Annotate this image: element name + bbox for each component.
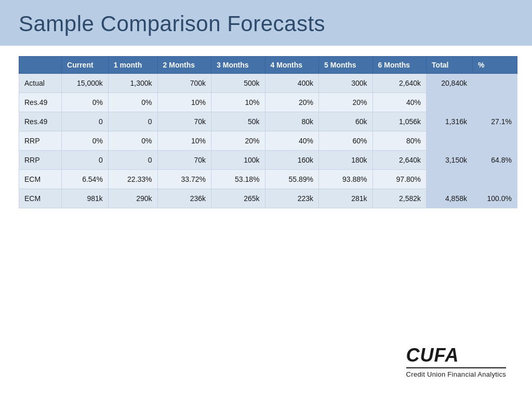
table-header-row: Current 1 month 2 Months 3 Months 4 Mont… [19,57,517,74]
table-row: RRP0070k100k160k180k2,640k3,150k64.8% [19,151,517,170]
table-row: Actual15,000k1,300k700k500k400k300k2,640… [19,74,517,93]
cell-months3: 100k [211,151,265,170]
cell-months6: 80% [373,131,427,151]
cell-month1: 0 [108,151,157,170]
cell-current: 6.54% [62,170,109,189]
col-header-months5: 5 Months [319,57,373,74]
cell-months2: 236k [157,189,211,208]
cell-months3: 10% [211,93,265,112]
cell-current: 15,000k [62,74,109,93]
cell-total: 4,858k [427,189,473,208]
cell-months5: 93.88% [319,170,373,189]
cell-months3: 265k [211,189,265,208]
cell-months5: 60k [319,112,373,131]
cell-months4: 160k [265,151,319,170]
cell-current: 0 [62,112,109,131]
cell-months5: 20% [319,93,373,112]
logo-tagline: Credit Union Financial Analytics [406,367,506,378]
cell-current: 0 [62,151,109,170]
logo-name: CUFA [406,344,506,366]
col-header-months3: 3 Months [211,57,265,74]
cell-label: Res.49 [19,93,62,112]
cell-pct [472,131,517,151]
table-row: ECM6.54%22.33%33.72%53.18%55.89%93.88%97… [19,170,517,189]
cell-months6: 2,582k [373,189,427,208]
cell-month1: 0% [108,131,157,151]
cell-months4: 20% [265,93,319,112]
col-header-months6: 6 Months [373,57,427,74]
table-row: RRP0%0%10%20%40%60%80% [19,131,517,151]
header-bar: Sample Comparison Forecasts [0,0,532,46]
table-row: Res.490%0%10%10%20%20%40% [19,93,517,112]
comparison-table: Current 1 month 2 Months 3 Months 4 Mont… [19,56,517,208]
cell-pct: 64.8% [472,151,517,170]
cell-months2: 70k [157,151,211,170]
cell-months5: 60% [319,131,373,151]
cell-months5: 300k [319,74,373,93]
cell-months2: 700k [157,74,211,93]
cell-months4: 223k [265,189,319,208]
cell-total: 1,316k [427,112,473,131]
cell-pct [472,74,517,93]
main-content: Current 1 month 2 Months 3 Months 4 Mont… [0,56,532,208]
cell-pct [472,170,517,189]
cell-total [427,131,473,151]
cell-total [427,93,473,112]
col-header-months2: 2 Months [157,57,211,74]
cell-months5: 180k [319,151,373,170]
cell-total [427,170,473,189]
cell-current: 0% [62,93,109,112]
cell-months3: 50k [211,112,265,131]
cell-month1: 22.33% [108,170,157,189]
cell-months6: 2,640k [373,151,427,170]
cell-month1: 0 [108,112,157,131]
cell-months5: 281k [319,189,373,208]
cell-label: ECM [19,189,62,208]
col-header-month1: 1 month [108,57,157,74]
cell-label: RRP [19,151,62,170]
cell-months4: 80k [265,112,319,131]
cell-label: ECM [19,170,62,189]
cell-label: Actual [19,74,62,93]
cell-months4: 400k [265,74,319,93]
cell-current: 0% [62,131,109,151]
cell-months6: 40% [373,93,427,112]
cell-label: RRP [19,131,62,151]
table-row: ECM981k290k236k265k223k281k2,582k4,858k1… [19,189,517,208]
cell-months4: 55.89% [265,170,319,189]
cell-month1: 290k [108,189,157,208]
col-header-total: Total [427,57,473,74]
cell-months2: 10% [157,131,211,151]
col-header-label [19,57,62,74]
cell-current: 981k [62,189,109,208]
cell-pct [472,93,517,112]
col-header-current: Current [62,57,109,74]
table-row: Res.490070k50k80k60k1,056k1,316k27.1% [19,112,517,131]
cell-months2: 33.72% [157,170,211,189]
col-header-months4: 4 Months [265,57,319,74]
cell-total: 3,150k [427,151,473,170]
cell-pct: 100.0% [472,189,517,208]
cell-months3: 53.18% [211,170,265,189]
cell-months3: 20% [211,131,265,151]
cell-total: 20,840k [427,74,473,93]
cell-pct: 27.1% [472,112,517,131]
cell-label: Res.49 [19,112,62,131]
cell-month1: 1,300k [108,74,157,93]
cell-months3: 500k [211,74,265,93]
cell-months2: 70k [157,112,211,131]
cell-months2: 10% [157,93,211,112]
cell-months6: 97.80% [373,170,427,189]
col-header-pct: % [472,57,517,74]
cell-months4: 40% [265,131,319,151]
cell-months6: 1,056k [373,112,427,131]
logo-area: CUFA Credit Union Financial Analytics [406,344,506,378]
cell-months6: 2,640k [373,74,427,93]
page-title: Sample Comparison Forecasts [19,11,513,36]
cell-month1: 0% [108,93,157,112]
